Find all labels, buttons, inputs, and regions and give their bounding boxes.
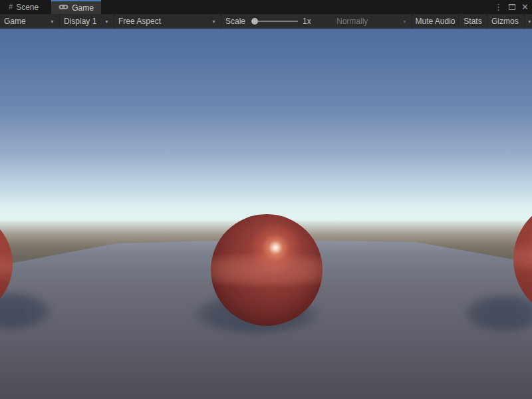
tab-game[interactable]: Game [51, 0, 101, 14]
gamepad-icon [59, 4, 68, 11]
aspect-ratio-label: Free Aspect [117, 17, 162, 26]
unity-game-view-window: # Scene Game ⋮ ✕ Game ▼ Display 1 ▼ Free… [0, 0, 532, 399]
game-render-viewport[interactable] [0, 29, 532, 399]
aspect-ratio-dropdown[interactable]: Free Aspect ▼ [114, 14, 221, 29]
scene-grid-icon: # [9, 3, 13, 11]
chevron-down-icon: ▼ [209, 19, 218, 24]
chevron-down-icon: ▼ [48, 19, 57, 24]
window-controls: ⋮ ✕ [494, 0, 529, 14]
tab-game-label: Game [72, 3, 94, 13]
scale-value: 1x [303, 17, 311, 26]
gizmos-label: Gizmos [490, 17, 520, 26]
scale-slider[interactable] [251, 17, 298, 25]
tab-scene[interactable]: # Scene [1, 0, 46, 14]
sky-gradient [0, 29, 532, 223]
display-label: Display 1 [63, 17, 98, 26]
chevron-down-icon: ▼ [102, 19, 111, 24]
tab-scene-label: Scene [16, 3, 39, 12]
game-view-toolbar: Game ▼ Display 1 ▼ Free Aspect ▼ Scale 1… [0, 14, 532, 29]
scale-label: Scale [224, 17, 247, 26]
display-dropdown[interactable]: Display 1 ▼ [60, 14, 114, 29]
scale-control: Scale 1x [221, 14, 332, 29]
maximize-icon[interactable] [509, 4, 515, 10]
mute-audio-button[interactable]: Mute Audio [412, 14, 459, 29]
tab-bar: # Scene Game ⋮ ✕ [0, 0, 532, 14]
maximize-on-play-dropdown[interactable]: Normally ▼ [332, 14, 412, 29]
mute-audio-label: Mute Audio [414, 17, 456, 26]
more-options-icon[interactable]: ⋮ [494, 3, 503, 11]
red-sphere-center [211, 214, 323, 326]
maximize-on-play-label: Normally [335, 17, 369, 26]
stats-button[interactable]: Stats [459, 14, 487, 29]
game-view-mode-dropdown[interactable]: Game ▼ [0, 14, 60, 29]
close-icon[interactable]: ✕ [521, 3, 529, 11]
scale-slider-track[interactable] [251, 21, 298, 22]
stats-label: Stats [462, 17, 483, 26]
chevron-down-icon: ▼ [524, 14, 532, 29]
gizmos-dropdown[interactable]: Gizmos ▼ [487, 14, 532, 29]
scale-slider-knob[interactable] [251, 18, 258, 25]
game-view-mode-label: Game [3, 17, 27, 26]
chevron-down-icon: ▼ [400, 19, 409, 24]
